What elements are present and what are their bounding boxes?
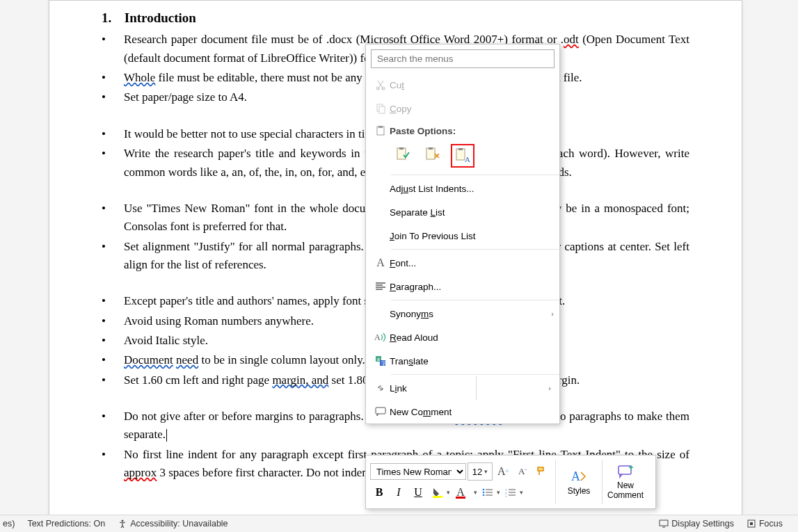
- cut-icon: [372, 79, 390, 90]
- chevron-right-icon: ›: [551, 309, 554, 318]
- styles-icon: A: [570, 468, 588, 485]
- menu-translate[interactable]: a字 Translate: [366, 349, 559, 373]
- font-color-button[interactable]: A: [452, 483, 470, 501]
- paste-text-only[interactable]: A: [451, 144, 474, 168]
- status-left-partial[interactable]: es): [3, 519, 15, 529]
- svg-rect-8: [426, 148, 435, 159]
- accessibility-icon: [118, 519, 127, 529]
- bullets-button[interactable]: [479, 483, 497, 501]
- menu-synonyms[interactable]: Synonyms›: [366, 302, 559, 325]
- menu-font[interactable]: A Font...: [366, 251, 559, 275]
- underline-button[interactable]: U: [409, 483, 427, 501]
- numbering-button[interactable]: 123: [502, 483, 520, 501]
- svg-rect-5: [378, 126, 383, 128]
- status-text-predictions[interactable]: Text Predictions: On: [27, 519, 105, 529]
- svg-point-28: [122, 520, 124, 522]
- new-comment-button[interactable]: New Comment: [605, 459, 646, 505]
- focus-icon: [747, 519, 756, 529]
- styles-button[interactable]: A Styles: [559, 459, 599, 505]
- context-menu: Cut Copy Paste Options: A Adjust List In…: [365, 44, 560, 424]
- svg-point-21: [483, 492, 485, 494]
- floating-format-toolbar: Times New Roman 12 A^ Aˇ B I U ▾ A ▾ ▾: [365, 455, 656, 509]
- svg-text:a: a: [377, 357, 380, 362]
- menu-copy: Copy: [366, 97, 559, 120]
- svg-rect-7: [399, 147, 404, 150]
- heading-title: Introduction: [125, 10, 196, 25]
- bold-button[interactable]: B: [370, 483, 388, 501]
- comment-icon: [372, 406, 390, 417]
- heading-introduction: 1. Introduction: [102, 8, 689, 28]
- grow-font-button[interactable]: A^: [494, 462, 512, 481]
- svg-rect-11: [458, 148, 463, 150]
- heading-number: 1.: [102, 8, 121, 28]
- status-bar: es) Text Predictions: On Accessibility: …: [0, 515, 798, 532]
- menu-new-comment[interactable]: New Comment: [366, 400, 559, 424]
- shrink-font-button[interactable]: Aˇ: [513, 462, 532, 481]
- svg-rect-29: [660, 520, 668, 526]
- menu-separate-list[interactable]: Separate List: [366, 200, 559, 224]
- paste-keep-formatting[interactable]: [392, 144, 415, 166]
- highlight-button[interactable]: [429, 483, 447, 501]
- svg-rect-6: [397, 148, 406, 159]
- svg-rect-9: [429, 147, 433, 150]
- paste-icon: [372, 125, 390, 136]
- read-aloud-icon: A: [372, 332, 390, 343]
- paste-merge-formatting[interactable]: [422, 144, 444, 166]
- chevron-right-icon: ›: [545, 384, 554, 392]
- menu-paste-options-label: Paste Options:: [366, 120, 559, 141]
- paragraph-icon: [372, 282, 390, 291]
- menu-read-aloud[interactable]: A Read Aloud: [366, 325, 559, 349]
- svg-rect-19: [433, 496, 442, 498]
- menu-join-to-previous[interactable]: Join To Previous List: [366, 224, 559, 248]
- svg-text:3: 3: [505, 495, 507, 497]
- svg-text:A: A: [465, 155, 470, 163]
- svg-rect-10: [456, 149, 465, 160]
- svg-point-20: [483, 489, 485, 491]
- italic-button[interactable]: I: [390, 483, 408, 501]
- font-icon: A: [372, 257, 390, 269]
- svg-point-22: [483, 494, 485, 497]
- display-icon: [659, 519, 669, 529]
- svg-text:A: A: [374, 332, 381, 342]
- status-accessibility[interactable]: Accessibility: Unavailable: [118, 519, 228, 529]
- copy-icon: [372, 103, 390, 114]
- link-icon: [372, 382, 390, 394]
- format-painter-button[interactable]: [533, 462, 551, 481]
- svg-text:A: A: [571, 469, 580, 483]
- menu-cut: Cut: [366, 73, 559, 97]
- status-focus[interactable]: Focus: [747, 519, 783, 529]
- menu-paragraph[interactable]: Paragraph...: [366, 275, 559, 298]
- status-display-settings[interactable]: Display Settings: [659, 519, 734, 529]
- font-family-select[interactable]: Times New Roman: [370, 463, 466, 480]
- svg-rect-3: [379, 106, 385, 113]
- svg-text:字: 字: [381, 361, 386, 366]
- menu-search-input[interactable]: [371, 49, 554, 68]
- font-size-select[interactable]: 12: [468, 462, 493, 481]
- new-comment-icon: [616, 464, 635, 479]
- svg-rect-31: [750, 522, 753, 525]
- menu-adjust-indents[interactable]: Adjust List Indents...: [366, 177, 559, 200]
- menu-link[interactable]: Link ›: [366, 376, 559, 400]
- translate-icon: a字: [372, 355, 390, 366]
- svg-rect-18: [376, 408, 385, 414]
